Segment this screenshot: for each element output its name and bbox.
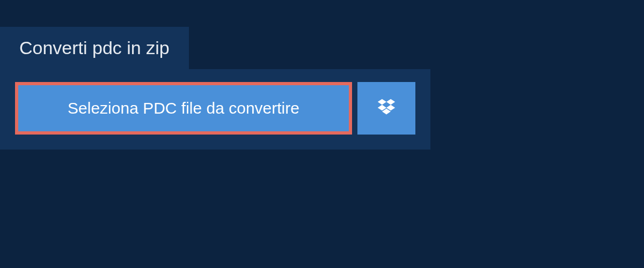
select-file-button[interactable]: Seleziona PDC file da convertire — [15, 82, 352, 135]
select-file-label: Seleziona PDC file da convertire — [68, 99, 299, 117]
dropbox-icon — [377, 98, 396, 119]
svg-marker-0 — [378, 99, 386, 105]
svg-marker-1 — [386, 99, 395, 105]
convert-panel: Seleziona PDC file da convertire — [0, 69, 430, 150]
tab-title: Converti pdc in zip — [19, 38, 170, 58]
button-row: Seleziona PDC file da convertire — [15, 82, 415, 135]
tab-convert[interactable]: Converti pdc in zip — [0, 27, 189, 69]
dropbox-button[interactable] — [357, 82, 415, 135]
